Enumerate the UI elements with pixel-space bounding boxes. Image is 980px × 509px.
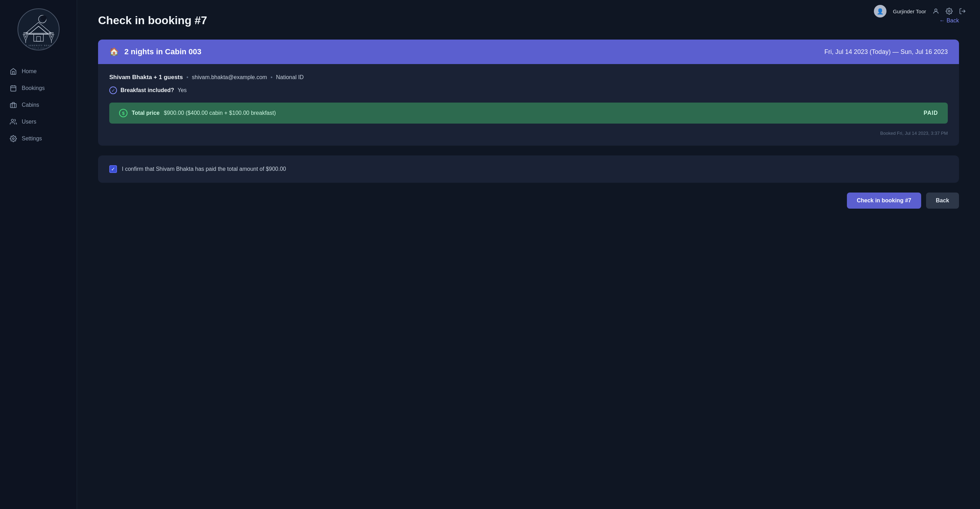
check-in-button[interactable]: Check in booking #7 [847,192,921,209]
nav-settings-icon [10,135,17,142]
svg-point-4 [41,16,46,21]
booking-banner: 🏠 2 nights in Cabin 003 Fri, Jul 14 2023… [98,40,959,64]
price-left: $ Total price $900.00 ($400.00 cabin + $… [119,109,276,117]
back-button[interactable]: Back [926,192,959,209]
banner-nights: 2 nights in Cabin 003 [124,47,201,56]
logo-area: THE SERENITY RESORT EST. ✦ 2020 [0,0,77,57]
confirm-card: ✓ I confirm that Shivam Bhakta has paid … [98,155,959,183]
price-banner: $ Total price $900.00 ($400.00 cabin + $… [109,103,948,124]
users-icon [10,118,17,125]
cabins-icon [10,101,17,108]
sidebar-item-bookings-label: Bookings [22,85,45,91]
guest-id: National ID [276,74,304,81]
booked-time: Booked Fri, Jul 14 2023, 3:37 PM [109,130,948,136]
booking-body: Shivam Bhakta + 1 guests • shivam.bhakta… [98,64,959,146]
svg-rect-21 [11,104,16,108]
svg-text:EST. ✦ 2020: EST. ✦ 2020 [32,47,44,49]
svg-rect-8 [37,36,40,41]
user-icon[interactable] [932,8,939,15]
sidebar-item-home[interactable]: Home [0,63,77,80]
logo: THE SERENITY RESORT EST. ✦ 2020 [18,8,60,51]
nav: Home Bookings Cabins Users Settings [0,63,77,147]
svg-point-22 [11,119,14,122]
topbar: 👤 Gurjinder Toor [860,0,980,22]
main-content: Check in booking #7 ← Back 🏠 2 nights in… [77,0,980,509]
guest-name: Shivam Bhakta + 1 guests [109,74,183,81]
svg-text:THE SERENITY RESORT: THE SERENITY RESORT [22,44,55,46]
confirm-row: ✓ I confirm that Shivam Bhakta has paid … [109,165,948,173]
dot-2: • [270,74,272,81]
sidebar-item-cabins-label: Cabins [22,102,39,108]
svg-point-1 [948,11,950,12]
guest-email: shivam.bhakta@example.com [192,74,267,81]
breakfast-label: Breakfast included? [121,87,174,94]
user-name: Gurjinder Toor [893,8,926,14]
svg-rect-7 [33,34,43,41]
dot-1: • [186,74,188,81]
paid-badge: PAID [924,110,938,116]
bookings-icon [10,85,17,92]
breakfast-row: ✓ Breakfast included? Yes [109,86,948,94]
booking-card: 🏠 2 nights in Cabin 003 Fri, Jul 14 2023… [98,40,959,146]
svg-rect-17 [11,86,16,91]
page-header: Check in booking #7 ← Back [98,14,959,27]
breakfast-check-icon: ✓ [109,86,117,94]
guest-info: Shivam Bhakta + 1 guests • shivam.bhakta… [109,74,948,81]
page-title: Check in booking #7 [98,14,207,27]
price-amount: $900.00 ($400.00 cabin + $100.00 breakfa… [164,110,276,116]
sidebar: THE SERENITY RESORT EST. ✦ 2020 Home Boo… [0,0,77,509]
confirm-label: I confirm that Shivam Bhakta has paid th… [122,166,286,172]
sidebar-item-settings[interactable]: Settings [0,130,77,147]
sidebar-item-settings-label: Settings [22,135,42,142]
user-avatar: 👤 [874,5,886,17]
svg-point-0 [935,9,937,11]
sidebar-item-bookings[interactable]: Bookings [0,80,77,97]
sidebar-item-cabins[interactable]: Cabins [0,97,77,113]
banner-left: 🏠 2 nights in Cabin 003 [109,47,201,56]
sidebar-item-users-label: Users [22,119,37,125]
logout-icon[interactable] [959,8,966,15]
building-icon: 🏠 [109,47,119,56]
home-icon [10,68,17,75]
price-label: Total price [132,110,160,116]
sidebar-item-users[interactable]: Users [0,113,77,130]
action-row: Check in booking #7 Back [98,192,959,209]
sidebar-item-home-label: Home [22,68,37,75]
banner-dates: Fri, Jul 14 2023 (Today) — Sun, Jul 16 2… [824,48,948,55]
dollar-icon: $ [119,109,127,117]
svg-marker-6 [25,22,51,33]
svg-point-23 [13,138,14,140]
confirm-checkbox[interactable]: ✓ [109,165,117,173]
checkmark-icon: ✓ [111,166,115,172]
settings-icon[interactable] [946,8,953,15]
breakfast-value: Yes [178,87,187,94]
